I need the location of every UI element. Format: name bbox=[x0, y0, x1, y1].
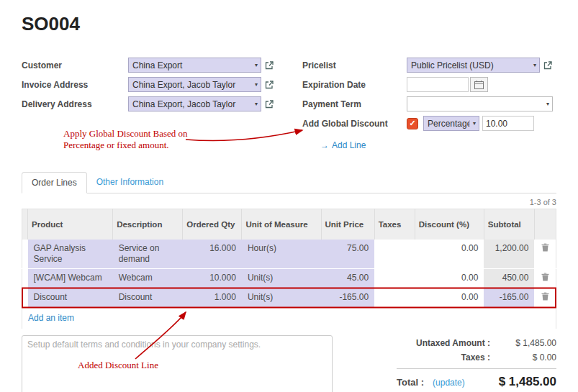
external-link-icon[interactable] bbox=[264, 60, 274, 70]
pricelist-value: Public Pricelist (USD) bbox=[411, 60, 532, 70]
description-cell: Discount bbox=[113, 288, 183, 308]
discount-header: Discount (%) bbox=[415, 209, 484, 240]
add-line-button[interactable]: → Add Line bbox=[320, 140, 366, 150]
payment-term-label: Payment Term bbox=[302, 99, 407, 109]
discount-amount-input[interactable] bbox=[482, 116, 534, 131]
product-header: Product bbox=[28, 209, 113, 240]
qty-header: Ordered Qty bbox=[183, 209, 242, 240]
external-link-icon[interactable] bbox=[264, 99, 274, 109]
taxes-label: Taxes : bbox=[461, 352, 490, 363]
table-row[interactable]: GAP Analysis Service Service on demand 1… bbox=[22, 240, 556, 269]
price-header: Unit Price bbox=[321, 209, 374, 240]
totals-divider bbox=[397, 368, 556, 369]
row-handle bbox=[22, 269, 28, 288]
delivery-address-label: Delivery Address bbox=[22, 99, 128, 109]
expiration-date-input[interactable] bbox=[407, 77, 469, 92]
update-link[interactable]: (update) bbox=[433, 378, 465, 388]
table-row-discount-line[interactable]: Discount Discount 1.000 Unit(s) -165.00 … bbox=[22, 288, 556, 308]
total-value: $ 1,485.00 bbox=[499, 375, 556, 389]
delete-row-cell bbox=[534, 240, 556, 269]
invoice-address-select[interactable]: China Export, Jacob Taylor ▾ bbox=[128, 77, 261, 92]
add-item-row: Add an item bbox=[22, 308, 556, 329]
qty-cell: 1.000 bbox=[183, 288, 242, 308]
uom-cell: Hour(s) bbox=[242, 240, 321, 269]
taxes-row: Taxes : $ 0.00 bbox=[397, 352, 556, 363]
handle-column-header bbox=[22, 209, 28, 240]
discount-cell: 0.00 bbox=[415, 269, 484, 288]
page-title: SO004 bbox=[22, 13, 578, 35]
taxes-cell bbox=[374, 288, 415, 308]
trash-icon[interactable] bbox=[541, 293, 549, 303]
product-cell: GAP Analysis Service bbox=[28, 240, 113, 269]
add-an-item-link[interactable]: Add an item bbox=[28, 313, 74, 323]
qty-cell: 10.000 bbox=[183, 269, 242, 288]
subtotal-cell: -165.00 bbox=[484, 288, 534, 308]
expiration-date-row: Expiration Date bbox=[302, 75, 556, 94]
table-row[interactable]: [WCAM] Webcam Webcam 10.000 Unit(s) 45.0… bbox=[22, 269, 556, 288]
chevron-down-icon: ▾ bbox=[545, 101, 551, 107]
delete-row-cell bbox=[534, 269, 556, 288]
subtotal-header: Subtotal bbox=[484, 209, 534, 240]
discount-type-value: Percentage bbox=[428, 119, 469, 129]
pager: 1-3 of 3 bbox=[22, 198, 556, 207]
delivery-address-value: China Export, Jacob Taylor bbox=[132, 99, 253, 109]
chevron-down-icon: ▾ bbox=[253, 62, 259, 68]
chevron-down-icon: ▾ bbox=[253, 81, 259, 88]
discount-type-select[interactable]: Percentage ▾ bbox=[423, 116, 479, 131]
total-label: Total : bbox=[397, 377, 424, 388]
qty-cell: 16.000 bbox=[183, 240, 242, 269]
taxes-header: Taxes bbox=[374, 209, 415, 240]
subtotal-cell: 450.00 bbox=[484, 269, 534, 288]
row-handle bbox=[22, 240, 28, 269]
tab-order-lines[interactable]: Order Lines bbox=[22, 172, 87, 193]
untaxed-amount-row: Untaxed Amount : $ 1,485.00 bbox=[397, 338, 556, 348]
delivery-address-select[interactable]: China Export, Jacob Taylor ▾ bbox=[128, 96, 261, 111]
discount-cell: 0.00 bbox=[415, 288, 484, 308]
invoice-address-label: Invoice Address bbox=[22, 80, 128, 90]
chevron-down-icon: ▾ bbox=[469, 120, 477, 127]
sales-order-page: SO004 Customer China Export ▾ Invoice Ad… bbox=[0, 0, 578, 392]
pricelist-select[interactable]: Public Pricelist (USD) ▾ bbox=[407, 58, 540, 73]
payment-term-row: Payment Term ▾ bbox=[302, 94, 556, 114]
customer-select[interactable]: China Export ▾ bbox=[128, 58, 261, 73]
table-header-row: Product Description Ordered Qty Unit of … bbox=[22, 209, 556, 240]
add-line-label: Add Line bbox=[332, 140, 366, 150]
row-handle bbox=[22, 288, 28, 308]
external-link-icon[interactable] bbox=[264, 80, 274, 89]
global-discount-label: Add Global Discount bbox=[302, 119, 407, 129]
chevron-down-icon: ▾ bbox=[532, 62, 538, 68]
trash-icon[interactable] bbox=[541, 244, 549, 254]
form-left-column: Customer China Export ▾ Invoice Address … bbox=[22, 55, 302, 150]
uom-header: Unit of Measure bbox=[242, 209, 321, 240]
calendar-icon[interactable] bbox=[470, 77, 488, 92]
customer-row: Customer China Export ▾ bbox=[22, 55, 302, 75]
tab-other-information[interactable]: Other Information bbox=[87, 172, 173, 193]
trash-icon[interactable] bbox=[541, 273, 549, 283]
product-cell: Discount bbox=[28, 288, 113, 308]
discount-cell: 0.00 bbox=[415, 240, 484, 269]
untaxed-amount-value: $ 1,485.00 bbox=[490, 338, 556, 348]
terms-notes-textarea[interactable] bbox=[22, 335, 333, 392]
payment-term-select[interactable]: ▾ bbox=[407, 96, 553, 111]
global-discount-row: Add Global Discount ✓ Percentage ▾ bbox=[302, 114, 556, 133]
description-cell: Service on demand bbox=[113, 240, 183, 269]
delivery-address-row: Delivery Address China Export, Jacob Tay… bbox=[22, 94, 302, 114]
product-cell: [WCAM] Webcam bbox=[28, 269, 113, 288]
arrow-right-icon: → bbox=[320, 140, 329, 150]
description-header: Description bbox=[113, 209, 183, 240]
price-cell: -165.00 bbox=[321, 288, 374, 308]
order-form: Customer China Export ▾ Invoice Address … bbox=[22, 55, 556, 150]
chevron-down-icon: ▾ bbox=[253, 101, 259, 107]
form-right-column: Pricelist Public Pricelist (USD) ▾ Expir… bbox=[302, 55, 556, 150]
untaxed-amount-label: Untaxed Amount : bbox=[416, 338, 490, 348]
uom-cell: Unit(s) bbox=[242, 288, 321, 308]
invoice-address-row: Invoice Address China Export, Jacob Tayl… bbox=[22, 75, 302, 94]
expiration-date-label: Expiration Date bbox=[302, 80, 407, 90]
totals-panel: Untaxed Amount : $ 1,485.00 Taxes : $ 0.… bbox=[397, 335, 556, 389]
pricelist-label: Pricelist bbox=[302, 60, 407, 70]
customer-value: China Export bbox=[132, 60, 253, 70]
external-link-icon[interactable] bbox=[543, 60, 553, 70]
global-discount-checkbox[interactable]: ✓ bbox=[407, 118, 418, 129]
pricelist-row: Pricelist Public Pricelist (USD) ▾ bbox=[302, 55, 556, 75]
price-cell: 45.00 bbox=[321, 269, 374, 288]
